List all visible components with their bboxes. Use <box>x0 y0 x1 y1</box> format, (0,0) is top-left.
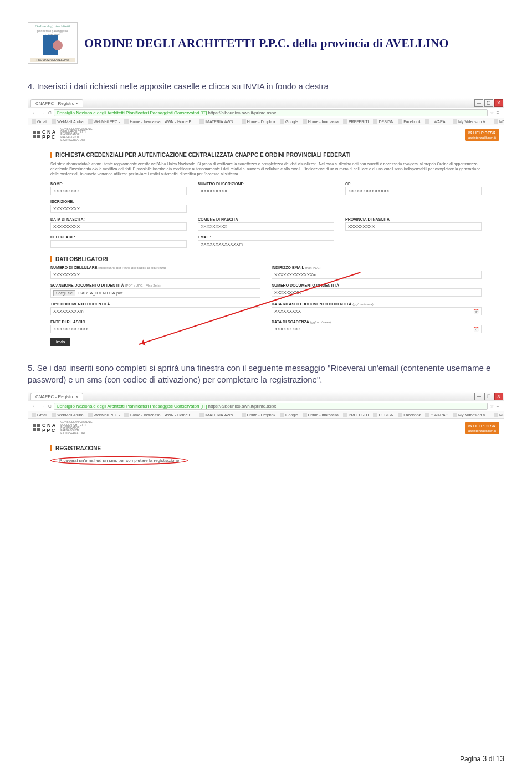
field-iscrizione: ISCRIZIONE: XXXXXXXXX <box>50 200 187 213</box>
bookmark-item[interactable]: Facebook <box>398 413 421 417</box>
page-icon <box>398 413 402 417</box>
app-logo: C N A P P C CONSIGLIO NAZIONALE DEGLI AR… <box>33 128 93 141</box>
bookmark-item[interactable]: Google <box>280 413 298 417</box>
label-num-iscr: NUMERO DI ISCRIZIONE: <box>198 182 334 186</box>
close-button[interactable]: X <box>494 99 503 107</box>
bookmark-item[interactable]: AWN - Home P… <box>165 413 196 417</box>
grid-icon <box>33 424 40 431</box>
field-numero-cellulare: NUMERO DI CELLULARE (necessario per l'in… <box>50 266 260 279</box>
input-ind-email[interactable]: XXXXXXXXXXXXXm <box>272 271 482 279</box>
site-identity: Consiglio Nazionale degli Architetti Pia… <box>57 110 207 115</box>
input-data-ril[interactable]: XXXXXXXXX📅 <box>272 307 482 315</box>
label-num-doc: NUMERO DOCUMENTO DI IDENTITÀ <box>272 283 482 287</box>
minimize-button[interactable]: — <box>474 393 483 400</box>
bookmark-item[interactable]: Home - Inarcassa <box>303 119 339 124</box>
chosen-file-name: CARTA_IDENTITA.pdf <box>78 291 122 296</box>
form-content-area: RICHIESTA CREDENZIALI PER AUTENTICAZIONE… <box>28 144 504 352</box>
input-scans[interactable]: Scegli file CARTA_IDENTITA.pdf <box>50 288 260 298</box>
invia-button[interactable]: invia <box>50 338 70 346</box>
field-data-rilascio: DATA RILASCIO DOCUMENTO DI IDENTITÀ (gg/… <box>272 302 482 315</box>
input-num-cell[interactable]: XXXXXXXXX <box>50 271 260 279</box>
reload-icon[interactable]: C <box>46 110 54 115</box>
bookmarks-bar: Gmail WebMail Aruba WebMail PEC - Home -… <box>28 411 504 419</box>
bookmark-item[interactable]: WebMail Aruba <box>52 413 83 417</box>
label-data-scad: DATA DI SCADENZA (gg/mm/aaaa) <box>272 320 482 324</box>
browser-tab[interactable]: CNAPPC - Registro × <box>30 99 83 107</box>
help-desk-label: HELP DESK <box>473 131 495 135</box>
value-comune-nascita: XXXXXXXXX <box>198 222 334 231</box>
bookmark-item[interactable]: MOOC Moodle… <box>494 413 504 417</box>
page-footer: Pagina 3 di 13 <box>460 754 504 763</box>
bookmark-item[interactable]: AWN - Home P… <box>165 120 196 124</box>
back-icon[interactable]: ← <box>30 110 38 115</box>
reload-icon[interactable]: C <box>46 404 54 409</box>
menu-icon[interactable]: ≡ <box>494 404 502 409</box>
close-button[interactable]: X <box>494 393 503 400</box>
bookmark-item[interactable]: Facebook <box>398 119 421 124</box>
page-icon <box>200 119 204 124</box>
bookmark-item[interactable]: Google <box>280 119 298 124</box>
label-ind-email: INDIRIZZO EMAIL (non PEC) <box>272 266 482 269</box>
calendar-icon[interactable]: 📅 <box>473 309 479 314</box>
registration-message: Riceverai un'email ed un sms per complet… <box>59 458 179 463</box>
page-icon <box>32 119 36 124</box>
bookmark-item[interactable]: WebMail Aruba <box>52 119 83 124</box>
bookmark-item[interactable]: IMATERIA.AWN… <box>200 119 237 124</box>
bookmark-star-icon[interactable]: ☆ <box>490 110 494 115</box>
bookmark-item[interactable]: My Videos on V… <box>453 119 489 124</box>
bookmark-item[interactable]: Home - Inarcassa <box>124 119 160 124</box>
menu-icon[interactable]: ≡ <box>494 110 502 115</box>
label-email: EMAIL: <box>198 235 334 239</box>
value-data-nascita: XXXXXXXXX <box>50 222 187 231</box>
help-desk-badge[interactable]: ✉ HELP DESK assistenza@awn.it <box>465 422 499 434</box>
bookmark-item[interactable]: :: WARA :: <box>425 119 448 124</box>
help-desk-badge[interactable]: ✉ HELP DESK assistenza@awn.it <box>465 129 499 141</box>
address-bar-row: ← → C Consiglio Nazionale degli Architet… <box>28 401 504 411</box>
forward-icon[interactable]: → <box>38 110 46 115</box>
bookmark-item[interactable]: Home - Dropbox <box>242 413 275 417</box>
forward-icon[interactable]: → <box>38 404 46 409</box>
bookmark-item[interactable]: IMATERIA.AWN… <box>200 413 237 417</box>
app-header: C N A P P C CONSIGLIO NAZIONALE DEGLI AR… <box>28 419 504 437</box>
bookmark-item[interactable]: MOOC Moodle… <box>494 119 504 124</box>
maximize-button[interactable]: ▢ <box>484 393 493 400</box>
browser-tab[interactable]: CNAPPC - Registro × <box>30 393 83 400</box>
bookmark-item[interactable]: DESIGN <box>373 119 393 124</box>
bookmark-star-icon[interactable]: ☆ <box>490 404 494 409</box>
bookmark-item[interactable]: Home - Dropbox <box>242 119 275 124</box>
label-iscrizione: ISCRIZIONE: <box>50 200 187 203</box>
page-icon <box>425 413 429 417</box>
bookmarks-bar: Gmail WebMail Aruba WebMail PEC - Home -… <box>28 118 504 125</box>
bookmark-item[interactable]: DESIGN <box>373 413 393 417</box>
bookmark-item[interactable]: WebMail PEC - <box>88 119 120 124</box>
address-bar-row: ← → C Consiglio Nazionale degli Architet… <box>28 108 504 118</box>
field-ente-rilascio: ENTE DI RILASCIO XXXXXXXXXXXX <box>50 320 260 333</box>
choose-file-button[interactable]: Scegli file <box>53 290 75 296</box>
obbligatori-title: DATI OBBLIGATORI <box>50 256 482 262</box>
grid-icon <box>33 131 40 138</box>
bookmark-item[interactable]: PREFERITI <box>343 119 369 124</box>
bookmark-item[interactable]: Gmail <box>32 119 47 124</box>
page-icon <box>303 119 307 124</box>
address-bar[interactable]: Consiglio Nazionale degli Architetti Pia… <box>54 109 488 116</box>
maximize-button[interactable]: ▢ <box>484 99 493 107</box>
bookmark-item[interactable]: Home - Inarcassa <box>124 413 160 417</box>
page-icon <box>52 119 56 124</box>
page-icon <box>453 413 457 417</box>
bookmark-item[interactable]: Home - Inarcassa <box>303 413 339 417</box>
value-nome: XXXXXXXXX <box>50 187 187 195</box>
bookmark-item[interactable]: Gmail <box>32 413 47 417</box>
bookmark-item[interactable]: PREFERITI <box>343 413 369 417</box>
label-num-cell: NUMERO DI CELLULARE (necessario per l'in… <box>50 266 260 269</box>
registration-content: REGISTRAZIONE Riceverai un'email ed un s… <box>28 437 504 683</box>
bookmark-item[interactable]: :: WARA :: <box>425 413 448 417</box>
bookmark-item[interactable]: My Videos on V… <box>453 413 489 417</box>
bookmark-item[interactable]: WebMail PEC - <box>88 413 120 417</box>
back-icon[interactable]: ← <box>30 404 38 409</box>
calendar-icon[interactable]: 📅 <box>473 327 479 332</box>
address-bar[interactable]: Consiglio Nazionale degli Architetti Pia… <box>54 403 488 410</box>
page-icon <box>200 413 204 417</box>
input-ente[interactable]: XXXXXXXXXXXX <box>50 325 260 333</box>
minimize-button[interactable]: — <box>474 99 483 107</box>
input-data-scad[interactable]: XXXXXXXXX📅 <box>272 325 482 333</box>
